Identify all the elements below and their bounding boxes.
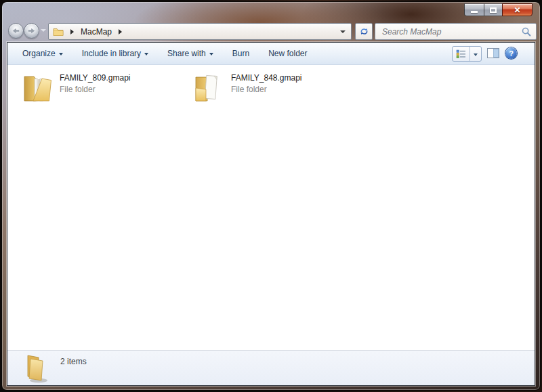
folder-icon[interactable] <box>53 27 64 37</box>
file-tile-text: FAMILY_848.gmapi File folder <box>231 70 302 107</box>
details-pane: 2 items <box>7 350 535 385</box>
views-dropdown-button[interactable] <box>470 47 481 61</box>
help-icon: ? <box>509 49 514 58</box>
file-type: File folder <box>60 84 131 95</box>
minimize-icon <box>471 11 478 13</box>
file-list: FAMILY_809.gmapi File folder <box>7 65 535 350</box>
breadcrumb-arrow-icon[interactable] <box>70 29 74 35</box>
new-folder-button[interactable]: New folder <box>267 46 308 61</box>
forward-button[interactable] <box>24 23 39 39</box>
file-tile-family-809[interactable]: FAMILY_809.gmapi File folder <box>21 70 187 107</box>
include-in-library-button[interactable]: Include in library <box>81 46 150 61</box>
window-controls: ✕ <box>465 3 533 16</box>
file-name: FAMILY_848.gmapi <box>231 72 302 84</box>
search-icon[interactable] <box>521 26 532 37</box>
organize-button[interactable]: Organize <box>21 46 64 61</box>
back-icon <box>11 26 21 36</box>
refresh-button[interactable] <box>355 23 373 40</box>
address-dropdown-button[interactable] <box>340 30 346 33</box>
dropdown-arrow-icon <box>209 53 213 56</box>
title-bar[interactable] <box>2 2 540 21</box>
organize-label: Organize <box>22 49 56 58</box>
views-split-button <box>452 46 482 62</box>
breadcrumb-arrow-icon[interactable] <box>119 29 122 35</box>
minimize-button[interactable] <box>464 3 484 16</box>
forward-icon <box>26 26 37 36</box>
burn-button[interactable]: Burn <box>231 46 251 61</box>
back-button[interactable] <box>8 23 24 39</box>
folder-icon <box>21 353 51 384</box>
dropdown-arrow-icon <box>144 53 148 56</box>
address-bar[interactable]: MacMap <box>48 23 352 40</box>
command-toolbar: Organize Include in library Share with B… <box>7 43 535 65</box>
share-with-button[interactable]: Share with <box>166 46 215 61</box>
help-button[interactable]: ? <box>505 47 517 59</box>
search-input[interactable] <box>382 27 521 37</box>
dropdown-arrow-icon <box>59 53 63 56</box>
file-tile-family-848[interactable]: FAMILY_848.gmapi File folder <box>192 70 358 107</box>
window-inner-panel: Organize Include in library Share with B… <box>7 42 535 386</box>
explorer-window: ✕ MacMap <box>2 2 540 390</box>
recent-pages-dropdown[interactable] <box>41 29 46 32</box>
maximize-icon <box>490 7 497 13</box>
close-icon: ✕ <box>514 6 520 14</box>
new-folder-label: New folder <box>268 49 307 58</box>
file-type: File folder <box>231 84 302 95</box>
views-button[interactable] <box>453 47 470 61</box>
folder-with-page-icon <box>192 70 225 106</box>
file-tile-text: FAMILY_809.gmapi File folder <box>60 70 131 107</box>
burn-label: Burn <box>232 49 249 58</box>
search-box <box>375 23 537 40</box>
preview-pane-button[interactable] <box>487 48 499 61</box>
share-with-label: Share with <box>167 49 206 58</box>
maximize-button[interactable] <box>484 3 503 16</box>
item-count: 2 items <box>60 357 87 366</box>
breadcrumb-item-macmap[interactable]: MacMap <box>81 27 112 37</box>
refresh-icon <box>359 26 369 37</box>
folder-with-documents-icon <box>21 70 54 106</box>
chevron-down-icon <box>474 53 478 56</box>
file-name: FAMILY_809.gmapi <box>60 72 131 84</box>
close-button[interactable]: ✕ <box>502 3 533 16</box>
include-in-library-label: Include in library <box>82 49 141 58</box>
preview-pane-icon <box>487 48 499 58</box>
details-view-icon <box>456 49 466 58</box>
